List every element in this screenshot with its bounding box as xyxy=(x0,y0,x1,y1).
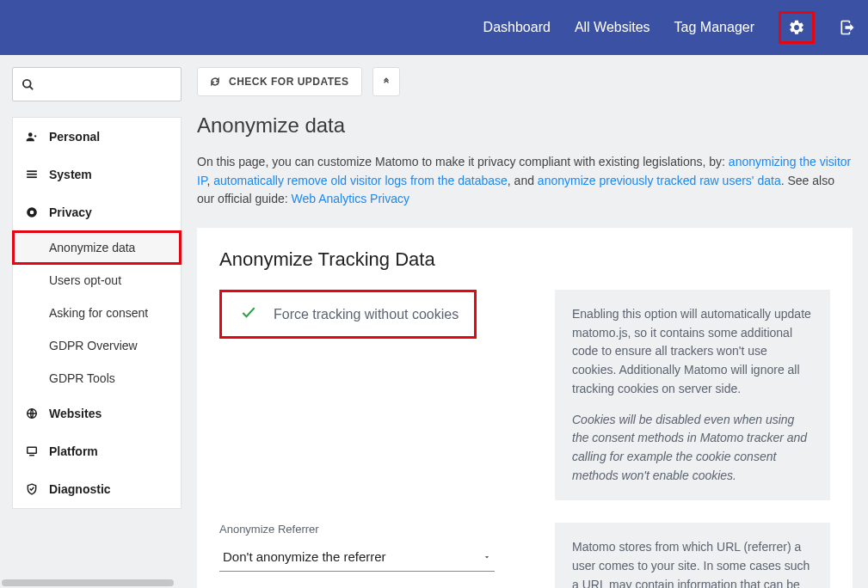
svg-line-1 xyxy=(29,86,33,89)
caret-down-icon xyxy=(483,553,491,561)
sidebar-label: System xyxy=(49,168,92,181)
system-icon xyxy=(25,168,39,181)
svg-rect-5 xyxy=(27,176,37,178)
collapse-button[interactable] xyxy=(372,67,400,96)
help-force-tracking: Enabling this option will automatically … xyxy=(555,290,830,500)
refresh-icon xyxy=(210,77,220,87)
anonymize-card: Anonymize Tracking Data Force tracking w… xyxy=(197,228,853,588)
gear-icon xyxy=(788,19,805,36)
search-input[interactable] xyxy=(12,67,182,101)
check-icon xyxy=(237,304,260,324)
sidebar-label: Platform xyxy=(49,444,98,458)
sidebar-label: Diagnostic xyxy=(49,482,111,496)
sidebar-section-diagnostic[interactable]: Diagnostic xyxy=(13,470,181,508)
svg-point-2 xyxy=(28,132,33,137)
shield-icon xyxy=(25,483,39,495)
link-privacy-guide[interactable]: Web Analytics Privacy xyxy=(291,192,409,205)
svg-rect-9 xyxy=(28,447,37,453)
nav-all-websites[interactable]: All Websites xyxy=(575,20,650,35)
svg-point-7 xyxy=(30,211,34,215)
main-content: CHECK FOR UPDATES Anonymize data On this… xyxy=(194,55,868,588)
svg-point-0 xyxy=(23,79,31,87)
card-title: Anonymize Tracking Data xyxy=(219,248,830,271)
sidebar: Personal System Privacy Anonymize data U… xyxy=(0,55,194,588)
check-updates-label: CHECK FOR UPDATES xyxy=(229,76,349,88)
force-tracking-label: Force tracking without cookies xyxy=(274,307,459,322)
sidebar-label: Personal xyxy=(49,130,100,144)
nav-tag-manager[interactable]: Tag Manager xyxy=(674,20,754,35)
user-icon xyxy=(25,131,39,143)
sidebar-item-asking-consent[interactable]: Asking for consent xyxy=(13,297,181,329)
chevron-up-double-icon xyxy=(382,77,391,86)
search-icon xyxy=(22,78,34,91)
sidebar-item-users-opt-out[interactable]: Users opt-out xyxy=(13,264,181,297)
sidebar-section-websites[interactable]: Websites xyxy=(13,395,181,432)
topbar: Dashboard All Websites Tag Manager xyxy=(0,0,868,55)
logout-icon xyxy=(839,19,856,36)
sidebar-label: Websites xyxy=(49,407,102,420)
referrer-field-label: Anonymize Referrer xyxy=(219,523,536,536)
sidebar-item-gdpr-overview[interactable]: GDPR Overview xyxy=(13,329,181,362)
link-anonymize-raw[interactable]: anonymize previously tracked raw users' … xyxy=(538,174,781,187)
horizontal-scrollbar[interactable] xyxy=(2,579,174,586)
check-updates-button[interactable]: CHECK FOR UPDATES xyxy=(197,67,362,96)
svg-rect-3 xyxy=(27,170,37,172)
sidebar-panel: Personal System Privacy Anonymize data U… xyxy=(12,117,182,509)
logout-button[interactable] xyxy=(839,19,856,36)
help-referrer: Matomo stores from which URL (referrer) … xyxy=(555,523,830,588)
topbar-nav: Dashboard All Websites Tag Manager xyxy=(483,11,856,44)
referrer-select[interactable]: Don't anonymize the referrer xyxy=(219,542,495,572)
sidebar-label: Privacy xyxy=(49,205,92,219)
sidebar-section-privacy[interactable]: Privacy xyxy=(13,193,181,231)
page-intro: On this page, you can customize Matomo t… xyxy=(197,153,853,209)
sidebar-section-platform[interactable]: Platform xyxy=(13,432,181,470)
force-tracking-checkbox[interactable]: Force tracking without cookies xyxy=(219,290,477,339)
globe-icon xyxy=(25,407,39,420)
nav-dashboard[interactable]: Dashboard xyxy=(483,20,551,35)
referrer-value: Don't anonymize the referrer xyxy=(223,549,386,564)
settings-button[interactable] xyxy=(779,11,815,44)
sidebar-section-system[interactable]: System xyxy=(13,156,181,193)
sidebar-item-gdpr-tools[interactable]: GDPR Tools xyxy=(13,362,181,395)
sidebar-item-anonymize-data[interactable]: Anonymize data xyxy=(13,231,181,264)
sidebar-section-personal[interactable]: Personal xyxy=(13,118,181,156)
privacy-icon xyxy=(25,206,39,218)
link-remove-logs[interactable]: automatically remove old visitor logs fr… xyxy=(213,174,508,187)
platform-icon xyxy=(25,445,39,457)
page-title: Anonymize data xyxy=(197,113,853,138)
svg-rect-4 xyxy=(27,174,37,175)
